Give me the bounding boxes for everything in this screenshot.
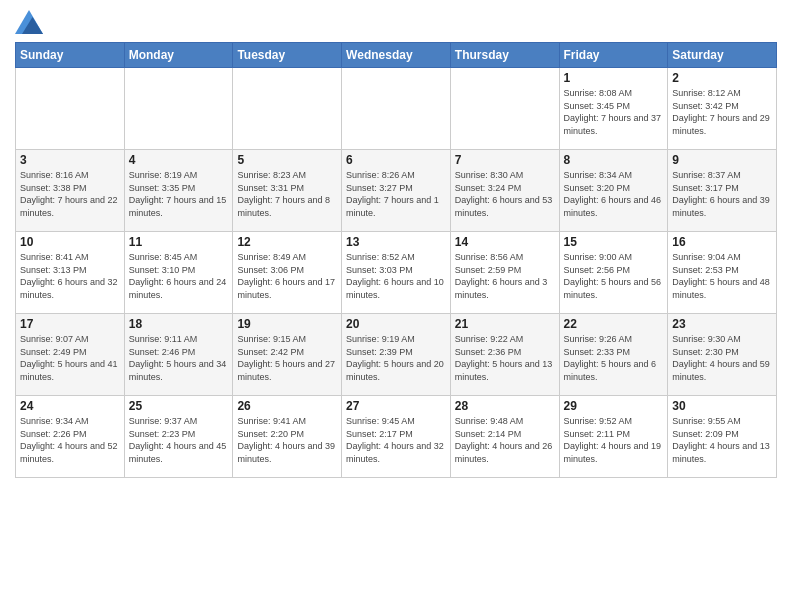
calendar-cell: 29Sunrise: 9:52 AM Sunset: 2:11 PM Dayli… — [559, 396, 668, 478]
day-number: 7 — [455, 153, 555, 167]
day-info: Sunrise: 9:22 AM Sunset: 2:36 PM Dayligh… — [455, 333, 555, 383]
day-info: Sunrise: 8:16 AM Sunset: 3:38 PM Dayligh… — [20, 169, 120, 219]
day-number: 5 — [237, 153, 337, 167]
calendar-week-5: 24Sunrise: 9:34 AM Sunset: 2:26 PM Dayli… — [16, 396, 777, 478]
day-info: Sunrise: 9:52 AM Sunset: 2:11 PM Dayligh… — [564, 415, 664, 465]
day-number: 8 — [564, 153, 664, 167]
calendar-week-3: 10Sunrise: 8:41 AM Sunset: 3:13 PM Dayli… — [16, 232, 777, 314]
calendar-cell: 14Sunrise: 8:56 AM Sunset: 2:59 PM Dayli… — [450, 232, 559, 314]
day-info: Sunrise: 9:26 AM Sunset: 2:33 PM Dayligh… — [564, 333, 664, 383]
calendar-cell: 9Sunrise: 8:37 AM Sunset: 3:17 PM Daylig… — [668, 150, 777, 232]
logo-icon — [15, 10, 43, 34]
calendar-week-2: 3Sunrise: 8:16 AM Sunset: 3:38 PM Daylig… — [16, 150, 777, 232]
weekday-header-monday: Monday — [124, 43, 233, 68]
weekday-header-friday: Friday — [559, 43, 668, 68]
day-info: Sunrise: 9:37 AM Sunset: 2:23 PM Dayligh… — [129, 415, 229, 465]
day-info: Sunrise: 8:37 AM Sunset: 3:17 PM Dayligh… — [672, 169, 772, 219]
weekday-header-thursday: Thursday — [450, 43, 559, 68]
calendar-cell: 24Sunrise: 9:34 AM Sunset: 2:26 PM Dayli… — [16, 396, 125, 478]
calendar-cell: 12Sunrise: 8:49 AM Sunset: 3:06 PM Dayli… — [233, 232, 342, 314]
day-number: 9 — [672, 153, 772, 167]
day-info: Sunrise: 9:55 AM Sunset: 2:09 PM Dayligh… — [672, 415, 772, 465]
day-info: Sunrise: 8:52 AM Sunset: 3:03 PM Dayligh… — [346, 251, 446, 301]
weekday-header-sunday: Sunday — [16, 43, 125, 68]
calendar-cell — [342, 68, 451, 150]
calendar-week-1: 1Sunrise: 8:08 AM Sunset: 3:45 PM Daylig… — [16, 68, 777, 150]
weekday-header-saturday: Saturday — [668, 43, 777, 68]
calendar-cell: 22Sunrise: 9:26 AM Sunset: 2:33 PM Dayli… — [559, 314, 668, 396]
calendar-cell — [124, 68, 233, 150]
day-number: 16 — [672, 235, 772, 249]
weekday-header-wednesday: Wednesday — [342, 43, 451, 68]
calendar-cell: 3Sunrise: 8:16 AM Sunset: 3:38 PM Daylig… — [16, 150, 125, 232]
day-info: Sunrise: 8:12 AM Sunset: 3:42 PM Dayligh… — [672, 87, 772, 137]
weekday-header-tuesday: Tuesday — [233, 43, 342, 68]
calendar-cell: 30Sunrise: 9:55 AM Sunset: 2:09 PM Dayli… — [668, 396, 777, 478]
calendar-cell: 5Sunrise: 8:23 AM Sunset: 3:31 PM Daylig… — [233, 150, 342, 232]
calendar-cell — [16, 68, 125, 150]
page: SundayMondayTuesdayWednesdayThursdayFrid… — [0, 0, 792, 488]
calendar-cell: 10Sunrise: 8:41 AM Sunset: 3:13 PM Dayli… — [16, 232, 125, 314]
day-info: Sunrise: 9:15 AM Sunset: 2:42 PM Dayligh… — [237, 333, 337, 383]
day-info: Sunrise: 8:23 AM Sunset: 3:31 PM Dayligh… — [237, 169, 337, 219]
day-info: Sunrise: 8:26 AM Sunset: 3:27 PM Dayligh… — [346, 169, 446, 219]
calendar-cell: 8Sunrise: 8:34 AM Sunset: 3:20 PM Daylig… — [559, 150, 668, 232]
day-info: Sunrise: 8:45 AM Sunset: 3:10 PM Dayligh… — [129, 251, 229, 301]
day-info: Sunrise: 8:30 AM Sunset: 3:24 PM Dayligh… — [455, 169, 555, 219]
day-info: Sunrise: 9:48 AM Sunset: 2:14 PM Dayligh… — [455, 415, 555, 465]
logo — [15, 10, 47, 34]
day-number: 28 — [455, 399, 555, 413]
day-number: 30 — [672, 399, 772, 413]
calendar-cell: 4Sunrise: 8:19 AM Sunset: 3:35 PM Daylig… — [124, 150, 233, 232]
day-number: 27 — [346, 399, 446, 413]
calendar-cell: 1Sunrise: 8:08 AM Sunset: 3:45 PM Daylig… — [559, 68, 668, 150]
day-number: 17 — [20, 317, 120, 331]
day-info: Sunrise: 8:56 AM Sunset: 2:59 PM Dayligh… — [455, 251, 555, 301]
day-info: Sunrise: 9:04 AM Sunset: 2:53 PM Dayligh… — [672, 251, 772, 301]
day-number: 19 — [237, 317, 337, 331]
day-number: 20 — [346, 317, 446, 331]
calendar-cell: 2Sunrise: 8:12 AM Sunset: 3:42 PM Daylig… — [668, 68, 777, 150]
day-number: 10 — [20, 235, 120, 249]
calendar-cell: 15Sunrise: 9:00 AM Sunset: 2:56 PM Dayli… — [559, 232, 668, 314]
calendar-cell: 23Sunrise: 9:30 AM Sunset: 2:30 PM Dayli… — [668, 314, 777, 396]
day-number: 11 — [129, 235, 229, 249]
calendar-cell: 13Sunrise: 8:52 AM Sunset: 3:03 PM Dayli… — [342, 232, 451, 314]
day-info: Sunrise: 8:49 AM Sunset: 3:06 PM Dayligh… — [237, 251, 337, 301]
calendar-header-row: SundayMondayTuesdayWednesdayThursdayFrid… — [16, 43, 777, 68]
calendar-cell: 27Sunrise: 9:45 AM Sunset: 2:17 PM Dayli… — [342, 396, 451, 478]
calendar-week-4: 17Sunrise: 9:07 AM Sunset: 2:49 PM Dayli… — [16, 314, 777, 396]
calendar-cell: 16Sunrise: 9:04 AM Sunset: 2:53 PM Dayli… — [668, 232, 777, 314]
calendar-cell: 18Sunrise: 9:11 AM Sunset: 2:46 PM Dayli… — [124, 314, 233, 396]
day-info: Sunrise: 8:34 AM Sunset: 3:20 PM Dayligh… — [564, 169, 664, 219]
day-number: 25 — [129, 399, 229, 413]
calendar-cell — [450, 68, 559, 150]
day-number: 4 — [129, 153, 229, 167]
calendar-cell: 6Sunrise: 8:26 AM Sunset: 3:27 PM Daylig… — [342, 150, 451, 232]
day-number: 15 — [564, 235, 664, 249]
calendar-cell: 17Sunrise: 9:07 AM Sunset: 2:49 PM Dayli… — [16, 314, 125, 396]
day-number: 3 — [20, 153, 120, 167]
calendar-cell: 11Sunrise: 8:45 AM Sunset: 3:10 PM Dayli… — [124, 232, 233, 314]
day-number: 23 — [672, 317, 772, 331]
day-info: Sunrise: 8:41 AM Sunset: 3:13 PM Dayligh… — [20, 251, 120, 301]
day-number: 1 — [564, 71, 664, 85]
calendar-cell: 21Sunrise: 9:22 AM Sunset: 2:36 PM Dayli… — [450, 314, 559, 396]
day-number: 18 — [129, 317, 229, 331]
calendar-cell: 25Sunrise: 9:37 AM Sunset: 2:23 PM Dayli… — [124, 396, 233, 478]
day-number: 14 — [455, 235, 555, 249]
day-info: Sunrise: 8:08 AM Sunset: 3:45 PM Dayligh… — [564, 87, 664, 137]
day-number: 12 — [237, 235, 337, 249]
day-info: Sunrise: 8:19 AM Sunset: 3:35 PM Dayligh… — [129, 169, 229, 219]
day-number: 26 — [237, 399, 337, 413]
calendar-cell: 7Sunrise: 8:30 AM Sunset: 3:24 PM Daylig… — [450, 150, 559, 232]
calendar-table: SundayMondayTuesdayWednesdayThursdayFrid… — [15, 42, 777, 478]
calendar-cell: 20Sunrise: 9:19 AM Sunset: 2:39 PM Dayli… — [342, 314, 451, 396]
day-number: 13 — [346, 235, 446, 249]
header — [15, 10, 777, 34]
day-info: Sunrise: 9:11 AM Sunset: 2:46 PM Dayligh… — [129, 333, 229, 383]
day-info: Sunrise: 9:07 AM Sunset: 2:49 PM Dayligh… — [20, 333, 120, 383]
day-info: Sunrise: 9:00 AM Sunset: 2:56 PM Dayligh… — [564, 251, 664, 301]
day-number: 29 — [564, 399, 664, 413]
day-number: 2 — [672, 71, 772, 85]
